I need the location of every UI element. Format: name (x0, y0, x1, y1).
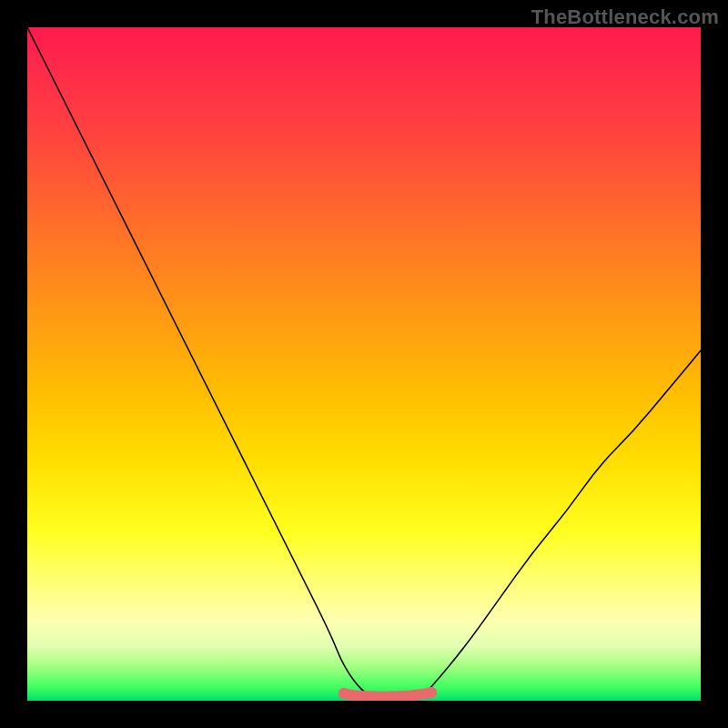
curve-svg (27, 27, 701, 701)
optimal-band (344, 693, 431, 697)
watermark-text: TheBottleneck.com (531, 5, 719, 29)
bottleneck-curve (27, 27, 701, 701)
optimal-end-dot (426, 687, 437, 698)
plot-area (27, 27, 701, 701)
bottleneck-chart: TheBottleneck.com (0, 0, 728, 728)
optimal-start-dot (339, 688, 349, 699)
